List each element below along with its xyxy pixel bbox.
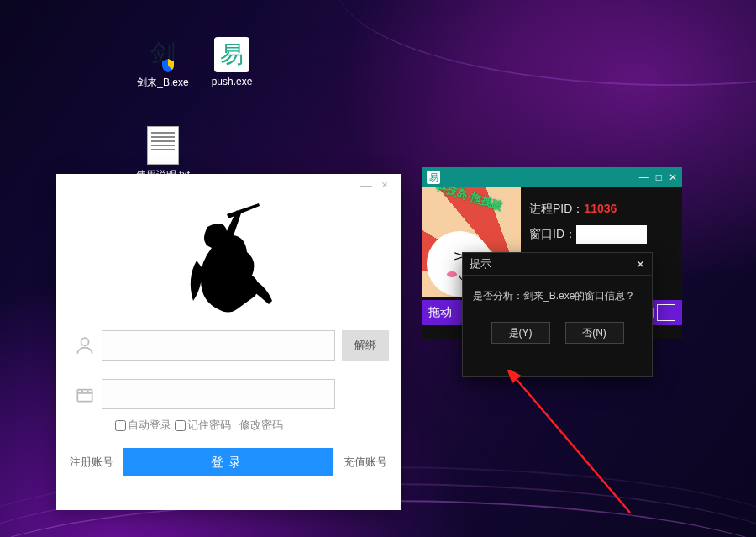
uac-shield-icon bbox=[161, 59, 175, 72]
modal-titlebar[interactable]: 提示 ✕ bbox=[463, 253, 652, 276]
minimize-icon[interactable]: — bbox=[639, 171, 649, 183]
close-icon[interactable]: × bbox=[379, 181, 391, 192]
textfile-icon bbox=[147, 126, 179, 165]
maximize-icon[interactable]: □ bbox=[656, 171, 662, 183]
no-button[interactable]: 否(N) bbox=[565, 322, 624, 344]
desktop-icon-label: push.exe bbox=[200, 76, 264, 87]
password-icon bbox=[68, 383, 102, 405]
unbind-button[interactable]: 解绑 bbox=[342, 330, 389, 361]
remember-password-checkbox[interactable]: 记住密码 bbox=[175, 418, 231, 433]
bg-swoosh bbox=[336, 0, 756, 86]
pid-label: 进程PID： bbox=[529, 202, 584, 215]
drag-handle-icon[interactable] bbox=[657, 304, 675, 321]
svg-point-6 bbox=[87, 391, 88, 392]
modal-title: 提示 bbox=[470, 256, 491, 271]
tool-app-icon: 易 bbox=[427, 171, 440, 184]
close-icon[interactable]: ✕ bbox=[669, 171, 677, 183]
svg-rect-4 bbox=[77, 390, 92, 402]
login-button[interactable]: 登录 bbox=[123, 448, 333, 476]
pid-value: 11036 bbox=[584, 202, 617, 215]
close-icon[interactable]: ✕ bbox=[636, 258, 645, 271]
username-input[interactable] bbox=[102, 330, 335, 361]
user-icon bbox=[68, 334, 102, 356]
app-icon: 易 bbox=[214, 37, 249, 72]
auto-login-checkbox[interactable]: 自动登录 bbox=[115, 418, 171, 433]
no-button-label: 否(N) bbox=[582, 327, 606, 339]
login-hero-image bbox=[56, 197, 401, 324]
modal-message: 是否分析：剑来_B.exe的窗口信息？ bbox=[463, 276, 652, 303]
svg-point-5 bbox=[81, 391, 82, 392]
desktop-icon-exe1[interactable]: 剑 剑来_B.exe bbox=[131, 37, 195, 90]
confirm-modal: 提示 ✕ 是否分析：剑来_B.exe的窗口信息？ 是(Y) 否(N) bbox=[463, 253, 652, 376]
window-id-input[interactable] bbox=[576, 225, 647, 244]
svg-point-3 bbox=[81, 338, 88, 345]
minimize-icon[interactable]: — bbox=[360, 181, 372, 192]
drag-label-left: 拖动 bbox=[428, 305, 452, 320]
desktop-icon-label: 剑来_B.exe bbox=[131, 76, 195, 90]
desktop-icon-exe2[interactable]: 易 push.exe bbox=[200, 37, 264, 87]
tool-titlebar[interactable]: 易 — □ ✕ bbox=[422, 167, 682, 187]
yes-button[interactable]: 是(Y) bbox=[491, 322, 550, 344]
change-password-link[interactable]: 修改密码 bbox=[239, 418, 283, 433]
register-link[interactable]: 注册账号 bbox=[68, 455, 115, 470]
login-window: — × 解绑 bbox=[56, 174, 401, 510]
password-input[interactable] bbox=[102, 379, 335, 409]
desktop: 剑 剑来_B.exe 易 push.exe 使用说明.txt — × bbox=[0, 0, 756, 537]
yes-button-label: 是(Y) bbox=[509, 327, 533, 339]
window-id-label: 窗口ID： bbox=[529, 227, 576, 240]
remember-password-label: 记住密码 bbox=[187, 418, 231, 433]
auto-login-label: 自动登录 bbox=[128, 418, 171, 433]
svg-text:易: 易 bbox=[220, 41, 244, 67]
login-titlebar[interactable]: — × bbox=[56, 174, 401, 197]
topup-link[interactable]: 充值账号 bbox=[342, 455, 389, 470]
